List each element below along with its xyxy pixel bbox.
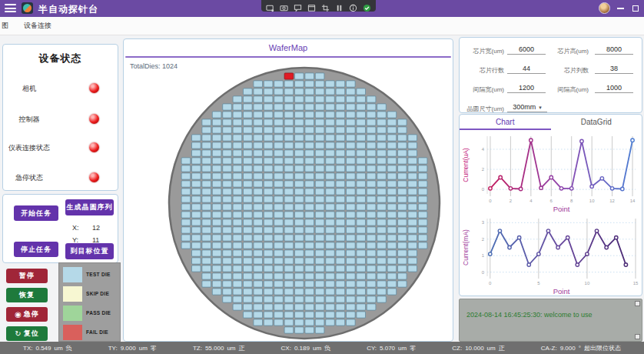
parameter-value-field[interactable]: 1000 [595, 84, 633, 93]
die-cell[interactable] [295, 189, 304, 195]
die-cell[interactable] [274, 319, 284, 326]
die-cell[interactable] [202, 119, 211, 125]
die-cell[interactable] [244, 135, 253, 141]
die-cell[interactable] [387, 158, 397, 164]
die-cell[interactable] [315, 112, 324, 118]
die-cell[interactable] [367, 150, 376, 156]
die-cell[interactable] [347, 227, 356, 233]
die-cell[interactable] [264, 296, 273, 302]
die-cell[interactable] [387, 219, 397, 225]
die-cell[interactable] [418, 204, 427, 210]
die-cell[interactable] [264, 258, 273, 264]
die-cell[interactable] [244, 88, 253, 95]
die-cell[interactable] [202, 250, 211, 256]
die-cell[interactable] [305, 127, 314, 133]
die-cell[interactable] [408, 212, 417, 218]
die-cell[interactable] [254, 312, 263, 318]
die-cell[interactable] [347, 112, 356, 118]
hamburger-menu-icon[interactable] [5, 4, 16, 13]
parameter-value-field[interactable]: 8000 [595, 45, 633, 55]
die-cell[interactable] [377, 173, 387, 179]
die-cell[interactable] [181, 227, 191, 233]
die-cell[interactable] [181, 219, 191, 225]
die-cell[interactable] [315, 204, 324, 210]
die-cell[interactable] [212, 181, 221, 187]
die-cell[interactable] [336, 158, 345, 164]
die-cell[interactable] [212, 235, 221, 241]
camera-icon[interactable] [280, 2, 288, 10]
die-cell[interactable] [284, 219, 294, 225]
die-cell[interactable] [274, 135, 284, 141]
die-cell[interactable] [367, 135, 376, 141]
die-cell[interactable] [264, 135, 273, 141]
die-cell[interactable] [377, 142, 387, 149]
die-cell[interactable] [336, 281, 345, 287]
die-cell[interactable] [244, 304, 253, 310]
die-cell[interactable] [367, 266, 376, 272]
die-cell[interactable] [315, 327, 324, 333]
die-cell[interactable] [181, 158, 191, 164]
die-cell[interactable] [244, 258, 253, 264]
die-cell[interactable] [192, 204, 201, 210]
die-cell[interactable] [315, 242, 324, 249]
die-cell[interactable] [233, 235, 242, 241]
die-cell[interactable] [244, 173, 253, 179]
die-cell[interactable] [295, 196, 304, 202]
die-cell[interactable] [336, 112, 345, 118]
die-cell[interactable] [295, 281, 304, 287]
die-cell[interactable] [274, 112, 284, 118]
die-cell[interactable] [284, 235, 294, 241]
die-cell[interactable] [295, 204, 304, 210]
die-cell[interactable] [192, 235, 201, 241]
die-cell[interactable] [336, 266, 345, 272]
die-cell[interactable] [295, 158, 304, 164]
die-cell[interactable] [315, 219, 324, 225]
die-cell[interactable] [305, 104, 314, 110]
die-cell[interactable] [233, 165, 242, 172]
die-cell[interactable] [387, 196, 397, 202]
die-cell[interactable] [295, 181, 304, 187]
screenshot-icon[interactable] [321, 2, 330, 10]
die-cell[interactable] [387, 212, 397, 218]
die-cell[interactable] [336, 88, 345, 95]
die-cell[interactable] [336, 96, 345, 102]
die-cell[interactable] [377, 104, 387, 110]
die-cell[interactable] [315, 189, 324, 195]
stop-task-button[interactable]: 停止任务 [14, 242, 58, 257]
die-cell[interactable] [264, 165, 273, 172]
die-cell[interactable] [202, 227, 211, 233]
die-cell[interactable] [315, 165, 324, 172]
die-cell[interactable] [305, 212, 314, 218]
die-cell[interactable] [315, 258, 324, 264]
die-cell[interactable] [295, 112, 304, 118]
die-cell[interactable] [347, 196, 356, 202]
die-cell[interactable] [233, 104, 242, 110]
die-cell[interactable] [347, 296, 356, 302]
die-cell[interactable] [336, 219, 345, 225]
menu-item-0[interactable]: 图 [2, 21, 8, 31]
parameter-value-field[interactable]: 38 [595, 65, 633, 74]
die-cell[interactable] [418, 181, 427, 187]
die-cell[interactable] [274, 96, 284, 102]
die-cell[interactable] [398, 266, 407, 272]
die-cell[interactable] [357, 258, 366, 264]
die-cell[interactable] [398, 273, 407, 279]
die-cell[interactable] [326, 104, 335, 110]
die-cell[interactable] [264, 112, 273, 118]
die-cell[interactable] [244, 104, 253, 110]
scrollbar-down-icon[interactable] [635, 334, 640, 339]
die-cell[interactable] [387, 119, 397, 125]
die-cell[interactable] [305, 96, 314, 102]
die-cell[interactable] [233, 142, 242, 149]
die-cell[interactable] [326, 235, 335, 241]
die-cell[interactable] [223, 250, 232, 256]
die-cell[interactable] [398, 135, 407, 141]
die-cell[interactable] [367, 227, 376, 233]
die-cell[interactable] [274, 150, 284, 156]
die-cell[interactable] [264, 119, 273, 125]
die-cell[interactable] [233, 281, 242, 287]
die-cell[interactable] [244, 250, 253, 256]
die-cell[interactable] [212, 135, 221, 141]
die-cell[interactable] [202, 142, 211, 149]
die-cell[interactable] [192, 250, 201, 256]
